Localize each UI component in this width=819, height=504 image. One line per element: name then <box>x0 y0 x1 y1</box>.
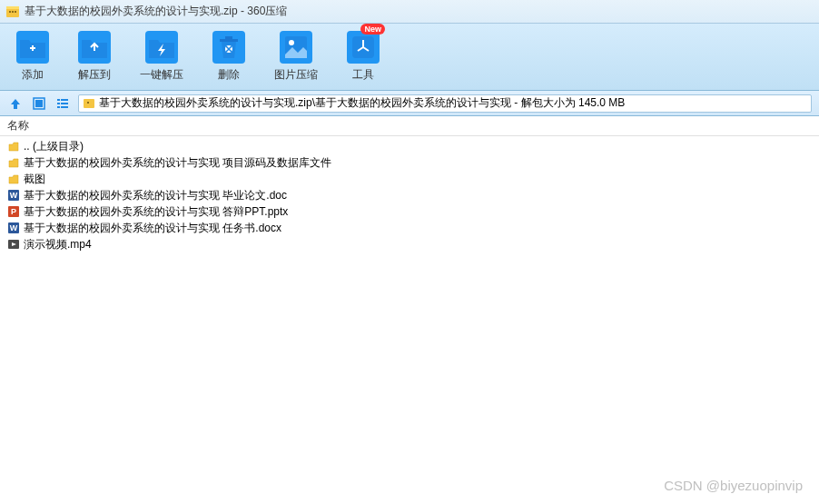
up-icon <box>7 140 20 153</box>
svg-rect-6 <box>32 45 34 51</box>
imgcompress-label: 图片压缩 <box>274 67 318 83</box>
view-icon[interactable] <box>31 95 47 112</box>
svg-rect-4 <box>15 11 16 13</box>
file-name: 基于大数据的校园外卖系统的设计与实现 毕业论文.doc <box>24 188 287 203</box>
svg-text:W: W <box>10 223 18 232</box>
word-icon: W <box>7 189 20 202</box>
column-header[interactable]: 名称 <box>0 116 819 136</box>
file-row[interactable]: W基于大数据的校园外卖系统的设计与实现 毕业论文.doc <box>4 187 815 203</box>
svg-rect-18 <box>61 103 68 104</box>
file-row[interactable]: P基于大数据的校园外卖系统的设计与实现 答辩PPT.pptx <box>4 203 815 220</box>
archive-icon <box>83 97 95 110</box>
file-row[interactable]: 截图 <box>4 171 815 187</box>
svg-rect-7 <box>220 39 238 42</box>
path-text: 基于大数据的校园外卖系统的设计与实现.zip\基于大数据的校园外卖系统的设计与实… <box>99 95 625 111</box>
word-icon: W <box>7 222 20 234</box>
extract-icon <box>78 31 111 64</box>
window-title: 基于大数据的校园外卖系统的设计与实现.zip - 360压缩 <box>25 4 287 19</box>
video-icon <box>7 238 20 251</box>
svg-rect-8 <box>225 36 232 39</box>
folder-icon <box>7 173 20 185</box>
oneclick-icon <box>145 31 178 64</box>
file-name: 基于大数据的校园外卖系统的设计与实现 任务书.docx <box>24 221 281 236</box>
tools-button[interactable]: New 工具 <box>347 31 380 83</box>
file-name: .. (上级目录) <box>24 139 84 154</box>
add-icon <box>16 31 49 64</box>
svg-rect-3 <box>12 11 14 13</box>
add-label: 添加 <box>22 67 44 83</box>
extract-label: 解压到 <box>78 67 111 83</box>
list-icon[interactable] <box>54 95 71 112</box>
oneclick-label: 一键解压 <box>140 67 183 83</box>
titlebar: 基于大数据的校园外卖系统的设计与实现.zip - 360压缩 <box>0 0 819 24</box>
svg-rect-22 <box>87 102 89 104</box>
app-icon <box>5 5 20 19</box>
file-row[interactable]: .. (上级目录) <box>4 138 815 154</box>
up-arrow-icon[interactable] <box>7 95 24 112</box>
folder-icon <box>7 156 20 169</box>
file-name: 基于大数据的校园外卖系统的设计与实现 答辩PPT.pptx <box>24 204 288 220</box>
file-list: .. (上级目录)基于大数据的校园外卖系统的设计与实现 项目源码及数据库文件截图… <box>0 136 819 254</box>
svg-rect-15 <box>57 99 60 101</box>
svg-rect-2 <box>9 11 11 13</box>
image-compress-icon <box>280 31 312 64</box>
oneclick-button[interactable]: 一键解压 <box>140 31 183 83</box>
file-name: 演示视频.mp4 <box>24 237 92 252</box>
toolbar: 添加 解压到 一键解压 删除 图片压缩 New 工具 <box>0 24 819 91</box>
file-name: 基于大数据的校园外卖系统的设计与实现 项目源码及数据库文件 <box>24 155 331 171</box>
svg-rect-20 <box>61 106 68 108</box>
svg-rect-14 <box>35 100 43 107</box>
ppt-icon: P <box>7 205 20 218</box>
column-name: 名称 <box>7 118 29 133</box>
svg-rect-19 <box>57 106 60 108</box>
delete-label: 删除 <box>218 67 240 83</box>
extract-button[interactable]: 解压到 <box>78 31 111 83</box>
watermark: CSDN @biyezuopinvip <box>664 478 803 493</box>
new-badge: New <box>360 24 385 35</box>
tools-icon <box>347 31 380 64</box>
add-button[interactable]: 添加 <box>16 31 49 83</box>
svg-point-11 <box>289 40 294 45</box>
file-name: 截图 <box>24 172 45 187</box>
trash-icon <box>212 31 245 64</box>
file-row[interactable]: 演示视频.mp4 <box>4 236 815 252</box>
svg-text:P: P <box>11 207 16 216</box>
file-row[interactable]: W基于大数据的校园外卖系统的设计与实现 任务书.docx <box>4 220 815 236</box>
delete-button[interactable]: 删除 <box>212 31 245 83</box>
svg-rect-16 <box>61 99 68 101</box>
svg-rect-17 <box>57 103 60 104</box>
path-input[interactable]: 基于大数据的校园外卖系统的设计与实现.zip\基于大数据的校园外卖系统的设计与实… <box>78 94 812 113</box>
pathbar: 基于大数据的校园外卖系统的设计与实现.zip\基于大数据的校园外卖系统的设计与实… <box>0 91 819 116</box>
file-row[interactable]: 基于大数据的校园外卖系统的设计与实现 项目源码及数据库文件 <box>4 154 815 171</box>
tools-label: 工具 <box>352 67 374 83</box>
imgcompress-button[interactable]: 图片压缩 <box>274 31 318 83</box>
svg-rect-1 <box>6 6 19 9</box>
svg-text:W: W <box>10 191 18 200</box>
